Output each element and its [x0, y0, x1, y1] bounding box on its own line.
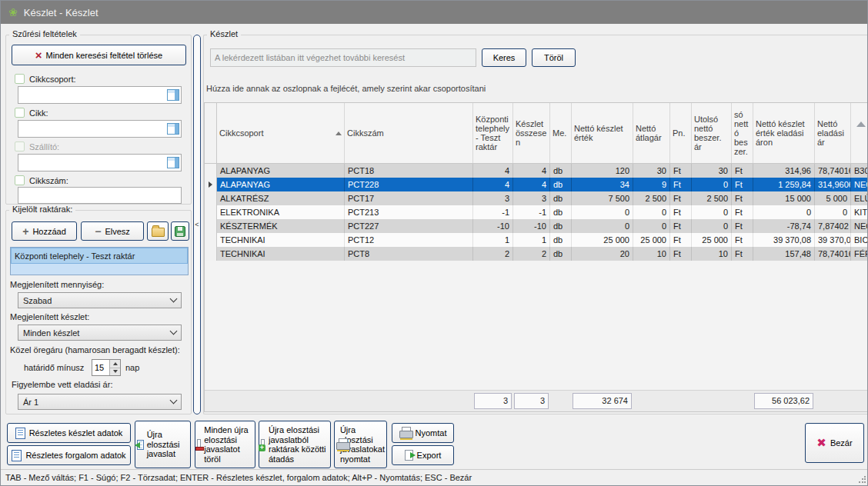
detailed-traffic-button[interactable]: Részletes forgalom adatok [7, 445, 131, 465]
grid-cell: 4 [513, 178, 550, 191]
redistribute-button[interactable]: Újra elosztási javaslat [135, 421, 191, 468]
displayed-quantity-value: Szabad [23, 296, 171, 305]
panel-splitter[interactable]: < [193, 35, 201, 414]
search-button-label: Keres [493, 53, 516, 62]
cikkszam-input[interactable] [18, 188, 181, 203]
grid-cell: 20 [572, 247, 633, 261]
column-header[interactable]: Központi telephely - Teszt raktár [473, 103, 513, 163]
column-header[interactable]: Nettó készlet érték eladási áron [753, 103, 815, 163]
detailed-stock-button[interactable]: Részletes készlet adatok [7, 423, 131, 443]
spinner-down-button[interactable] [110, 368, 120, 376]
column-header[interactable]: Nettó készlet érték [572, 103, 633, 163]
search-button[interactable]: Keres [482, 48, 526, 67]
grid-cell: 0 [815, 205, 851, 219]
grid-summary-row: 3332 67456 023,62 [205, 390, 868, 411]
deadline-input[interactable] [92, 360, 109, 375]
grid-cell: 0 [633, 205, 670, 219]
grid-cell: 34 [572, 178, 633, 191]
table-row[interactable]: KÉSZTERMÉKPCT227-10-10db00Ft0Ft-78,747,8… [205, 219, 868, 233]
lookup-icon[interactable] [167, 123, 179, 135]
up-arrow-icon [113, 362, 118, 365]
grid-cell: PCT18 [345, 164, 473, 178]
grid-cell: Ft [670, 233, 692, 247]
grid-cell: 157,48 [753, 247, 815, 261]
sort-ascending-icon [336, 131, 342, 135]
displayed-stock-select[interactable]: Minden készlet [18, 325, 182, 341]
warehouse-group-title: Kijelölt raktárak: [9, 205, 75, 214]
grid-search-input[interactable] [211, 53, 476, 62]
column-header[interactable] [851, 103, 868, 163]
warehouse-list-item[interactable]: Központi telephely - Teszt raktár [11, 248, 188, 264]
displayed-quantity-select[interactable]: Szabad [18, 292, 182, 308]
export-button[interactable]: Export [392, 445, 454, 465]
table-row[interactable]: ALKATRÉSZPCT1733db7 5002 500Ft2 500Ft15 … [205, 191, 868, 205]
add-warehouse-button[interactable]: + Hozzáad [12, 221, 77, 241]
inventory-grid[interactable]: CikkcsoportCikkszámKözponti telephely - … [204, 102, 868, 412]
grid-cell: ELEKTRONIKA [217, 205, 345, 219]
column-header[interactable]: só nettó beszer. [732, 103, 753, 163]
column-header[interactable]: Cikkszám [345, 103, 473, 163]
stock-label: Megjelenített készlet: [10, 312, 89, 321]
table-row[interactable]: TECHNIKAIPCT822db2010Ft10Ft157,4878,7401… [205, 247, 868, 261]
column-header[interactable]: Nettó eladási ár [815, 103, 851, 163]
clear-search-button[interactable]: Töröl [532, 48, 576, 67]
column-header[interactable]: Utolsó nettó beszer. ár [692, 103, 732, 163]
clear-all-filters-button[interactable]: × Minden keresési feltétel törlése [12, 45, 186, 65]
table-row[interactable]: TECHNIKAIPCT1211db25 00025 000Ft25 000Ft… [205, 233, 868, 247]
cikkszam-field [18, 187, 182, 204]
remove-warehouse-button[interactable]: − Elvesz [81, 221, 144, 241]
transfer-between-warehouses-button[interactable]: Újra elosztási javaslatból raktárak közö… [259, 421, 331, 468]
cikkcsoport-input[interactable] [18, 87, 167, 103]
delete-all-suggestions-button[interactable]: Minden újra elosztási javaslatot töröl [195, 421, 255, 468]
close-button[interactable]: ✖ Bezár [805, 423, 864, 463]
checkbox-icon[interactable] [15, 175, 25, 185]
filter-checkbox-cikkszam[interactable]: Cikkszám: [15, 175, 68, 185]
row-indicator-cell [205, 219, 217, 233]
column-header[interactable]: Me. [550, 103, 572, 163]
column-header[interactable]: Cikkcsoport [217, 103, 345, 163]
grid-cell: B30 [851, 164, 868, 178]
status-bar-text: TAB - Mező váltás; F1 - Súgó; F2 - Törzs… [5, 473, 472, 482]
grid-search-field [210, 48, 476, 67]
print-button[interactable]: Nyomtat [392, 423, 454, 443]
column-header[interactable]: Nettó átlagár [633, 103, 670, 163]
scrollbar-up-icon[interactable] [856, 122, 866, 127]
szallito-input [18, 155, 167, 171]
column-header[interactable]: Készlet összesen [513, 103, 550, 163]
folder-icon [152, 228, 165, 237]
lookup-icon[interactable] [167, 89, 179, 101]
print-suggestions-button[interactable]: Újra elosztási javaslatokat nyomtat [334, 421, 387, 468]
grid-cell: Ft [670, 191, 692, 205]
table-row[interactable]: ELEKTRONIKAPCT213-1-1db00Ft0Ft00KIT [205, 205, 868, 219]
selected-warehouses-list[interactable]: Központi telephely - Teszt raktár [10, 247, 189, 275]
filter-label-cikkcsoport: Cikkcsoport: [29, 75, 76, 84]
filter-checkbox-cikk[interactable]: Cikk: [15, 108, 48, 118]
deadline-label: határidő mínusz [24, 363, 84, 372]
column-header[interactable]: Pn. [670, 103, 692, 163]
window-title: Készlet - Készlet [24, 7, 98, 18]
app-icon: ❀ [8, 7, 18, 18]
table-row[interactable]: ALAPANYAGPCT1844db12030Ft30Ft314,9678,74… [205, 164, 868, 178]
add-warehouse-label: Hozzáad [32, 227, 65, 236]
filter-checkbox-cikkcsoport[interactable]: Cikkcsoport: [15, 74, 76, 84]
filter-checkbox-szallito: Szállító: [15, 141, 59, 151]
filter-label-cikk: Cikk: [29, 108, 48, 118]
checkbox-icon[interactable] [15, 108, 25, 118]
load-warehouse-selection-button[interactable] [147, 221, 169, 241]
sale-price-select[interactable]: Ár 1 [18, 394, 182, 410]
print-label: Nyomtat [416, 428, 447, 438]
checkbox-icon[interactable] [15, 74, 25, 84]
grid-cell: PCT12 [345, 233, 473, 247]
grid-cell: ALKATRÉSZ [217, 191, 345, 205]
cikk-input[interactable] [18, 121, 167, 137]
minus-icon: − [95, 228, 101, 235]
save-warehouse-selection-button[interactable] [171, 221, 189, 241]
grid-cell: 314,96 [753, 164, 815, 178]
spinner-up-button[interactable] [110, 360, 120, 368]
deadline-spinner [92, 359, 121, 376]
grid-cell: NEO [851, 178, 868, 191]
table-row[interactable]: ALAPANYAGPCT22844db349Ft0Ft1 259,84314,9… [205, 178, 868, 191]
grid-cell: db [550, 191, 572, 205]
footer-total: 56 023,62 [754, 393, 813, 409]
resize-grip-icon[interactable] [858, 476, 866, 484]
